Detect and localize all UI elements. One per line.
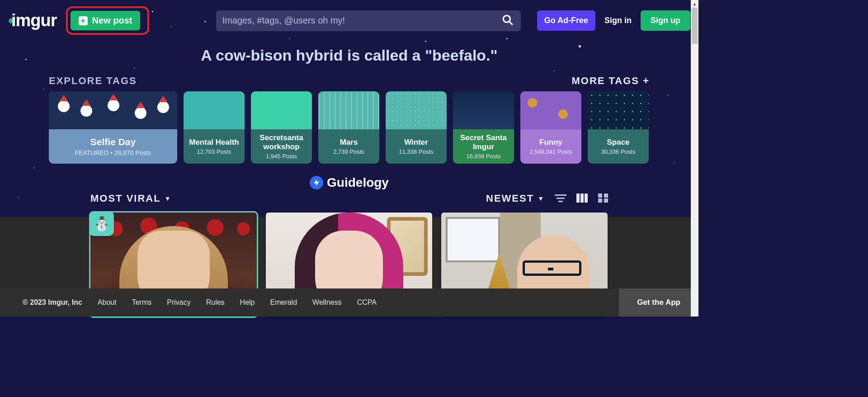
tag-post-count: 2,546,041 Posts: [530, 148, 572, 155]
plus-icon: +: [79, 16, 88, 25]
tag-card[interactable]: Winter11,338 Posts: [386, 91, 447, 164]
tag-post-count: 2,739 Posts: [333, 148, 364, 155]
guidelogy-text: Guidelogy: [327, 175, 389, 190]
view-uniform-button[interactable]: [598, 194, 608, 204]
chevron-down-icon: ▼: [538, 195, 545, 202]
get-the-app-button[interactable]: Get the App: [619, 288, 698, 317]
footer-link[interactable]: Emerald: [270, 298, 297, 307]
logo[interactable]: •imgur: [8, 11, 57, 30]
tag-name: Selfie Day: [90, 137, 136, 147]
search-icon: [502, 14, 514, 26]
scrollbar-thumb[interactable]: [692, 8, 698, 44]
new-post-highlight-box: + New post: [66, 6, 150, 35]
tag-card[interactable]: Space30,336 Posts: [588, 91, 649, 164]
tag-card[interactable]: Secretsanta workshop1,945 Posts: [251, 91, 312, 164]
snowman-badge-icon: ⛄: [90, 213, 114, 236]
svg-rect-7: [585, 194, 588, 203]
tag-thumbnail: [453, 91, 514, 129]
tag-thumbnail: [386, 91, 447, 129]
svg-rect-6: [580, 194, 584, 203]
chevron-down-icon: ▼: [165, 195, 172, 202]
svg-rect-5: [576, 194, 580, 203]
tag-thumbnail: [49, 91, 177, 129]
footer-link[interactable]: CCPA: [357, 298, 377, 307]
tag-name: Funny: [539, 138, 562, 147]
search-input[interactable]: [216, 15, 499, 26]
svg-rect-10: [598, 198, 602, 203]
footer-link[interactable]: Terms: [132, 298, 152, 307]
tag-thumbnail: [251, 91, 312, 129]
tag-thumbnail: [520, 91, 581, 129]
footer-link[interactable]: About: [98, 298, 117, 307]
tag-post-count: 30,336 Posts: [601, 148, 636, 155]
view-waterfall-button[interactable]: [576, 194, 588, 204]
new-post-label: New post: [92, 15, 132, 26]
svg-rect-2: [555, 194, 566, 196]
footer-link[interactable]: Wellness: [312, 298, 342, 307]
go-ad-free-button[interactable]: Go Ad-Free: [537, 10, 595, 31]
tag-card[interactable]: Mars2,739 Posts: [318, 91, 379, 164]
columns-icon: [576, 194, 588, 203]
top-nav: •imgur + New post Go Ad-Free Sign in Sig…: [0, 0, 698, 35]
tag-card[interactable]: Selfie DayFEATURED • 28,870 Posts: [49, 91, 177, 164]
guidelogy-icon: [310, 176, 323, 189]
tag-thumbnail: [318, 91, 379, 129]
tag-name: Mars: [340, 138, 358, 147]
tag-thumbnail: [588, 91, 649, 129]
sort-newest-dropdown[interactable]: NEWEST ▼: [486, 193, 545, 204]
view-autoplay-toggle[interactable]: [555, 194, 566, 204]
tag-post-count: 1,945 Posts: [266, 153, 297, 160]
tag-name: Winter: [404, 138, 428, 147]
footer: © 2023 Imgur, Inc AboutTermsPrivacyRules…: [0, 288, 698, 317]
svg-rect-11: [604, 198, 608, 203]
svg-rect-4: [558, 201, 563, 202]
tag-card[interactable]: Mental Health12,703 Posts: [184, 91, 245, 164]
search-bar: [216, 10, 521, 31]
tag-name: Space: [607, 138, 629, 147]
tag-post-count: 11,338 Posts: [399, 148, 434, 155]
sort-most-viral-dropdown[interactable]: MOST VIRAL ▼: [90, 193, 172, 204]
sign-up-button[interactable]: Sign up: [641, 10, 690, 31]
new-post-button[interactable]: + New post: [71, 11, 141, 30]
copyright-text: © 2023 Imgur, Inc: [23, 298, 82, 307]
scroll-up-arrow-icon[interactable]: ▲: [691, 0, 698, 8]
svg-rect-8: [598, 194, 602, 198]
tag-post-count: FEATURED • 28,870 Posts: [75, 149, 151, 156]
footer-link[interactable]: Help: [240, 298, 255, 307]
tag-name: Secret Santa Imgur: [455, 133, 512, 151]
tag-thumbnail: [184, 91, 245, 129]
tag-name: Secretsanta workshop: [253, 133, 310, 151]
svg-rect-3: [557, 198, 565, 199]
tag-name: Mental Health: [189, 138, 239, 147]
tag-card[interactable]: Funny2,546,041 Posts: [520, 91, 581, 164]
search-button[interactable]: [499, 11, 516, 30]
fun-fact-headline: A cow-bison hybrid is called a "beefalo.…: [0, 47, 698, 64]
explore-tags-title: EXPLORE TAGS: [49, 75, 137, 87]
sign-in-link[interactable]: Sign in: [604, 16, 632, 25]
more-tags-button[interactable]: MORE TAGS +: [571, 75, 650, 87]
grid-icon: [598, 194, 608, 203]
tags-row: Selfie DayFEATURED • 28,870 PostsMental …: [0, 87, 698, 164]
guidelogy-watermark: Guidelogy: [0, 175, 698, 190]
browser-scrollbar[interactable]: ▲: [691, 0, 698, 317]
footer-link[interactable]: Privacy: [167, 298, 190, 307]
footer-link[interactable]: Rules: [206, 298, 225, 307]
tag-card[interactable]: Secret Santa Imgur16,939 Posts: [453, 91, 514, 164]
svg-line-1: [509, 22, 512, 24]
tag-post-count: 16,939 Posts: [467, 153, 501, 160]
header-actions: Go Ad-Free Sign in Sign up: [537, 10, 690, 31]
lines-icon: [555, 194, 566, 203]
tag-post-count: 12,703 Posts: [197, 148, 231, 155]
svg-rect-9: [604, 194, 608, 198]
